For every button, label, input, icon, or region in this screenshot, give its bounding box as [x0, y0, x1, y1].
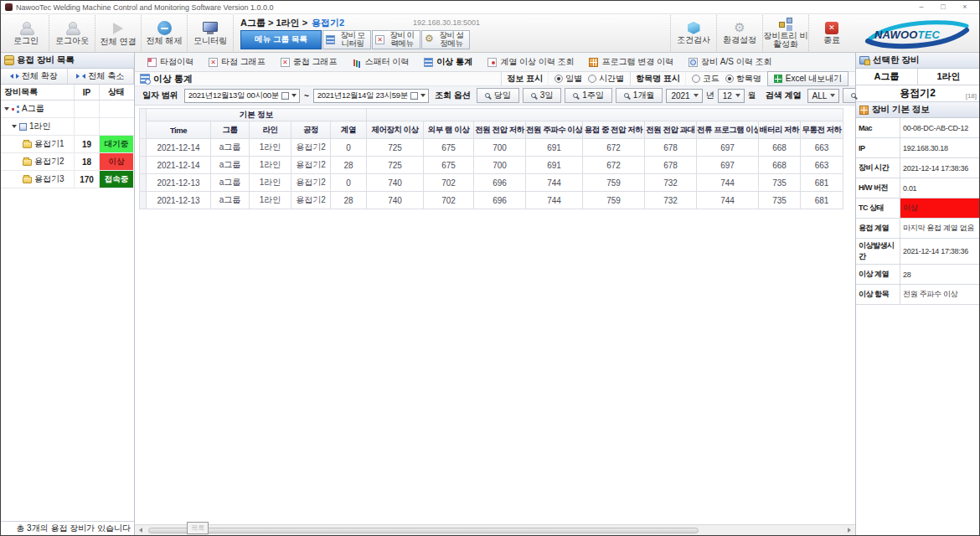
table-cell: 744 — [697, 174, 759, 192]
scrollbar-thumb[interactable] — [148, 528, 699, 533]
tab-device-monitoring[interactable]: 장비 모니터링 — [322, 30, 371, 49]
abnormal-stats-table: 기본 정보 Time 그룹 라인 공정 계열 제어장치 이상 외부 램 이상 전… — [139, 108, 843, 209]
date-to-input[interactable]: 2021년12월14일 23시59분 — [313, 89, 429, 103]
tab-spot-history[interactable]: 타점이력 — [140, 53, 201, 71]
condition-check-button[interactable]: 조건검사 — [670, 15, 716, 51]
tree-expander-icon[interactable] — [4, 107, 9, 111]
device-tree-toggle-button[interactable]: 장비트리 비활성화 — [762, 15, 808, 51]
tree-node-line[interactable]: 1라인 — [1, 118, 134, 136]
tab-overlap-graph[interactable]: 중첩 그래프 — [273, 53, 345, 71]
query-options-label: 조회 옵션 — [432, 90, 473, 101]
month-select[interactable]: 12 — [718, 89, 745, 103]
table-cell: 용접기2 — [291, 157, 331, 174]
table-cell: 668 — [759, 139, 801, 157]
maximize-button[interactable]: □ — [933, 2, 953, 13]
column-header[interactable]: 공정 — [291, 121, 331, 139]
column-header[interactable]: 무통전 저하 — [801, 121, 843, 139]
toolbar-spacer — [483, 15, 670, 51]
table-row[interactable]: 2021-12-14 a그룹 1라인 용접기2 28 725 675 700 6… — [140, 157, 843, 174]
tree-expander-icon[interactable] — [12, 125, 17, 128]
database-icon — [4, 55, 13, 65]
column-header[interactable]: 라인 — [250, 121, 291, 139]
minimize-button[interactable]: – — [911, 2, 931, 13]
monitoring-button[interactable]: 모니터링 — [188, 15, 234, 51]
disconnect-all-button[interactable]: 전체 해제 — [142, 15, 188, 51]
tab-series-abnormal-history[interactable]: 계열 이상 이력 조회 — [480, 53, 581, 71]
logout-button[interactable]: 로그아웃 — [49, 15, 95, 51]
date-from-input[interactable]: 2021년12월13일 00시00분 — [184, 89, 300, 103]
expand-all-button[interactable]: 전체 확장 — [1, 69, 68, 84]
tab-menu-group-list[interactable]: 메뉴 그룹 목록 — [240, 30, 322, 49]
query-1month-button[interactable]: 1개월 — [616, 88, 663, 103]
device-info-header: 장비 기본 정보 — [856, 102, 979, 118]
selected-device-name: 용접기2 [18] — [856, 85, 979, 102]
tab-device-settings-menu[interactable]: 장비 설정메뉴 — [421, 30, 470, 49]
table-row[interactable]: 2021-12-13 a그룹 1라인 용접기2 28 740 702 696 7… — [140, 192, 843, 209]
radio-code[interactable]: 코드 — [692, 73, 720, 85]
tree-node-device-2[interactable]: 용접기2 18 이상 — [1, 153, 134, 171]
column-header[interactable]: 그룹 — [211, 121, 250, 139]
info-row-device-time: 장비 시간 2021-12-14 17:38:36 — [856, 158, 979, 178]
grid-icon — [147, 58, 157, 67]
radio-daily[interactable]: 일별 — [554, 73, 582, 85]
tab-spot-graph[interactable]: 타점 그래프 — [201, 53, 273, 71]
table-row[interactable]: 2021-12-13 a그룹 1라인 용접기2 0 740 702 696 74… — [140, 174, 843, 192]
body: 용접 장비 목록 전체 확장 전체 축소 장비목록 IP 상태 — [1, 53, 979, 535]
exit-button[interactable]: 종료 — [808, 15, 854, 51]
display-options: 정보 표시 일별 시간별 항목명 표시 코드 항목명 Excel 내보내기 — [501, 71, 850, 86]
exit-icon — [825, 22, 838, 34]
table-cell: 678 — [645, 139, 697, 157]
tab-device-history-menu[interactable]: 장비 이력메뉴 — [372, 30, 420, 49]
series-select[interactable]: ALL — [807, 89, 840, 103]
radio-item-name[interactable]: 항목명 — [725, 73, 761, 85]
login-button[interactable]: 로그인 — [3, 15, 49, 51]
chevron-down-icon — [735, 94, 740, 97]
chevron-down-icon — [830, 94, 835, 97]
excel-export-button[interactable]: Excel 내보내기 — [767, 71, 848, 86]
tree-node-device-1[interactable]: 용접기1 19 대기중 — [1, 136, 134, 153]
column-header[interactable]: 전원 전압 과대 — [645, 121, 697, 139]
tab-as-history[interactable]: 장비 A/S 이력 조회 — [681, 53, 779, 71]
chart-icon — [209, 58, 218, 67]
column-header[interactable]: Time — [147, 121, 211, 139]
column-header[interactable]: 전원 전압 저하 — [474, 121, 526, 139]
scrollbar-track[interactable]: 목록 — [147, 527, 843, 534]
connect-all-button[interactable]: 전체 연결 — [95, 15, 142, 51]
scroll-right-arrow[interactable] — [843, 528, 855, 533]
table-cell: 용접기2 — [291, 192, 331, 209]
column-header[interactable]: 외부 램 이상 — [424, 121, 474, 139]
column-header[interactable]: 용접 중 전압 저하 — [583, 121, 645, 139]
table-cell: 691 — [526, 139, 583, 157]
scroll-left-arrow[interactable] — [135, 528, 147, 533]
column-header[interactable]: 계열 — [331, 121, 367, 139]
query-1week-button[interactable]: 1주일 — [565, 88, 612, 103]
table-cell: 740 — [367, 174, 424, 192]
query-3days-button[interactable]: 3일 — [523, 88, 562, 103]
collapse-all-button[interactable]: 전체 축소 — [68, 69, 135, 84]
tab-spatter-history[interactable]: 스패터 이력 — [345, 53, 417, 71]
tree-node-group[interactable]: A그룹 — [1, 100, 134, 118]
tab-abnormal-stats[interactable]: 이상 통계 — [416, 53, 480, 71]
year-select[interactable]: 2021 — [666, 89, 702, 103]
table-cell: 용접기2 — [291, 174, 331, 192]
table-row[interactable]: 2021-12-14 a그룹 1라인 용접기2 0 725 675 700 69… — [140, 139, 843, 157]
radio-hourly[interactable]: 시간별 — [588, 73, 624, 85]
column-header[interactable]: 배터리 저하 — [759, 121, 801, 139]
info-row-abnormal-item: 이상 항목 전원 주파수 이상 — [856, 285, 979, 305]
section-title: 이상 통계 — [153, 73, 193, 85]
chart-icon — [281, 58, 290, 67]
horizontal-scrollbar[interactable]: 목록 — [135, 524, 855, 535]
column-header[interactable]: 전원 주파수 이상 — [526, 121, 583, 139]
query-today-button[interactable]: 당일 — [477, 88, 519, 103]
column-header[interactable]: 전류 프로그램 이상 — [697, 121, 759, 139]
settings-button[interactable]: 환경설정 — [716, 15, 762, 51]
search-doc-icon — [689, 58, 698, 67]
tab-program-change-history[interactable]: 프로그램 변경 이력 — [581, 53, 681, 71]
logout-label: 로그아웃 — [55, 37, 89, 45]
close-button[interactable]: × — [955, 2, 975, 13]
tree-node-device-3[interactable]: 용접기3 170 접속중 — [1, 171, 134, 188]
range-separator: ~ — [303, 91, 310, 100]
column-header[interactable]: 제어장치 이상 — [367, 121, 424, 139]
info-row-hw-version: H/W 버전 0.01 — [856, 178, 979, 198]
monitoring-label: 모니터링 — [193, 37, 227, 45]
